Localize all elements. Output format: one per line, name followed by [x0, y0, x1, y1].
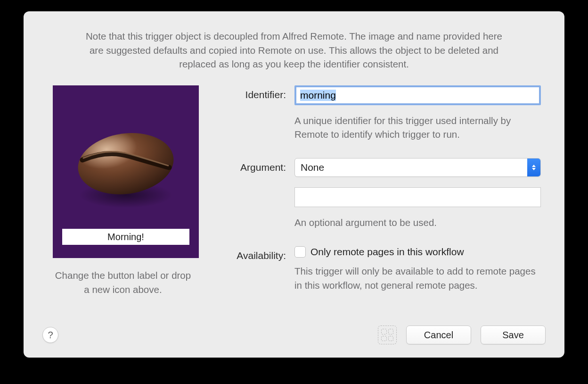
- question-icon: ?: [48, 330, 53, 341]
- svg-point-1: [74, 127, 178, 198]
- availability-help: This trigger will only be available to a…: [294, 264, 541, 292]
- dialog-note: Note that this trigger object is decoupl…: [47, 29, 541, 71]
- argument-label: Argument:: [221, 158, 294, 173]
- coffee-bean-icon: [74, 127, 178, 198]
- save-button[interactable]: Save: [481, 326, 546, 344]
- argument-extra-input[interactable]: [294, 187, 541, 207]
- chevron-up-down-icon: [527, 159, 540, 176]
- trigger-config-dialog: Note that this trigger object is decoupl…: [24, 11, 564, 358]
- identifier-label: Identifier:: [221, 85, 294, 100]
- preview-label-input[interactable]: [62, 229, 189, 245]
- identifier-help: A unique identifier for this trigger use…: [294, 114, 541, 141]
- availability-label: Availability:: [221, 246, 294, 261]
- argument-help: An optional argument to be used.: [294, 216, 541, 229]
- identifier-input[interactable]: [294, 85, 541, 105]
- grid-icon-button[interactable]: [378, 326, 397, 344]
- cancel-button[interactable]: Cancel: [406, 326, 471, 344]
- help-button[interactable]: ?: [42, 327, 58, 343]
- icon-preview[interactable]: [53, 85, 199, 258]
- argument-select[interactable]: None: [294, 158, 541, 177]
- availability-checkbox[interactable]: [294, 246, 306, 258]
- argument-select-value: None: [301, 162, 324, 173]
- availability-checkbox-label: Only remote pages in this workflow: [310, 246, 464, 258]
- preview-hint: Change the button label or drop a new ic…: [53, 268, 193, 296]
